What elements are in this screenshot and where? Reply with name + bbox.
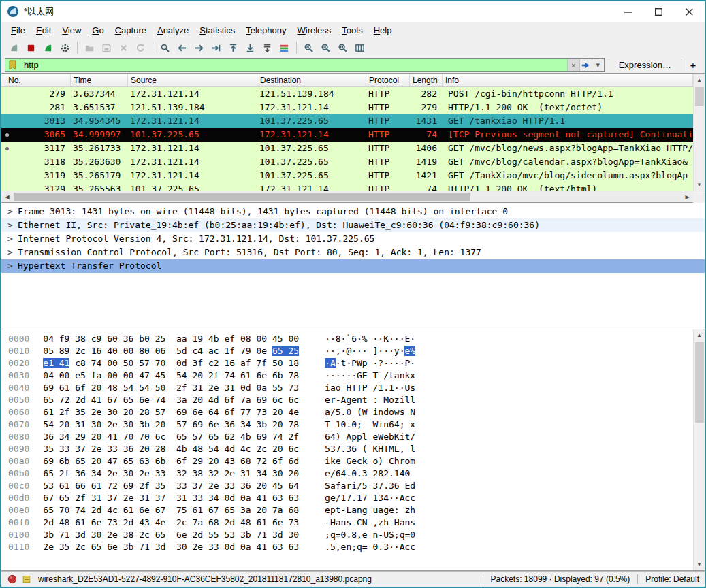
ascii-char[interactable]: / xyxy=(336,493,341,503)
hex-byte[interactable]: c8 xyxy=(75,358,86,368)
hex-byte[interactable]: 2e xyxy=(107,419,118,429)
hex-row-0020[interactable]: 0020e1 41 c8 74 00 50 57 70 0d 3f c2 16 … xyxy=(1,357,693,370)
column-header-no[interactable]: No. xyxy=(1,74,71,86)
packet-row-3013[interactable]: 301334.954345172.31.121.14101.37.225.65H… xyxy=(1,114,693,128)
hex-byte[interactable]: 75 xyxy=(176,505,187,515)
ascii-char[interactable]: K xyxy=(383,333,389,344)
hex-byte[interactable]: 72 xyxy=(256,456,267,466)
hex-byte[interactable]: 33 xyxy=(224,480,235,491)
hex-byte[interactable]: 1f xyxy=(224,346,235,356)
hex-byte[interactable]: 6e xyxy=(107,542,118,552)
hex-byte[interactable]: 50 xyxy=(123,358,134,368)
hex-byte[interactable]: 2e xyxy=(193,542,204,552)
hex-byte[interactable]: 62 xyxy=(224,431,235,442)
hex-byte[interactable]: 3b xyxy=(256,419,267,429)
ascii-char[interactable]: / xyxy=(330,468,336,478)
hex-byte[interactable]: 04 xyxy=(43,333,54,344)
hex-byte[interactable]: 0a xyxy=(240,493,251,503)
hex-row-00d0[interactable]: 00d067 65 2f 31 37 2e 31 37 31 33 34 0d … xyxy=(1,492,693,504)
hex-byte[interactable]: 74 xyxy=(272,431,283,442)
hex-row-0070[interactable]: 007054 20 31 30 2e 30 3b 20 57 69 6e 36 … xyxy=(1,419,693,431)
ascii-char[interactable]: ) xyxy=(336,431,341,442)
ascii-char[interactable]: · xyxy=(325,358,330,368)
hex-byte[interactable]: 3b xyxy=(123,542,134,552)
ascii-char[interactable]: ? xyxy=(378,358,383,368)
ascii-char[interactable]: i xyxy=(325,382,330,393)
hex-byte[interactable]: 6b xyxy=(272,370,283,380)
hex-byte[interactable]: 40 xyxy=(107,346,118,356)
ascii-char[interactable]: 4 xyxy=(383,493,389,503)
ascii-char[interactable]: 5 xyxy=(336,407,341,417)
ascii-char[interactable]: 6 xyxy=(394,480,400,491)
hex-byte[interactable]: 2f xyxy=(176,382,187,393)
hex-byte[interactable]: 71 xyxy=(59,529,70,540)
ascii-char[interactable]: / xyxy=(383,370,389,380)
hex-byte[interactable]: 64 xyxy=(288,480,299,491)
hex-row-0080[interactable]: 008036 34 29 20 41 70 70 6c 65 57 65 62 … xyxy=(1,431,693,443)
hex-byte[interactable]: 2f xyxy=(59,468,70,478)
hex-byte[interactable]: 67 xyxy=(107,395,118,405)
ascii-char[interactable]: · xyxy=(383,358,389,368)
hex-byte[interactable]: e5 xyxy=(75,370,86,380)
hex-byte[interactable]: 32 xyxy=(208,468,219,478)
ascii-char[interactable]: · xyxy=(410,358,415,368)
hex-byte[interactable]: 57 xyxy=(155,407,166,417)
hex-byte[interactable]: af xyxy=(240,358,251,368)
ascii-char[interactable]: - xyxy=(378,529,383,540)
ascii-char[interactable]: H xyxy=(394,517,400,527)
hex-byte[interactable]: 5d xyxy=(176,346,187,356)
ascii-char[interactable]: 4 xyxy=(330,431,336,442)
ascii-char[interactable]: G xyxy=(357,370,362,380)
zoom-in-icon[interactable] xyxy=(301,40,317,55)
ascii-char[interactable]: a xyxy=(351,505,357,515)
hex-byte[interactable]: 50 xyxy=(272,358,283,368)
ascii-char[interactable]: = xyxy=(362,542,368,552)
ascii-char[interactable]: 6 xyxy=(336,468,341,478)
ascii-char[interactable]: · xyxy=(336,358,341,368)
ascii-char[interactable]: 0 xyxy=(351,468,357,478)
hex-byte[interactable]: c4 xyxy=(193,346,204,356)
hex-byte[interactable]: 20 xyxy=(193,395,204,405)
colorize-icon[interactable] xyxy=(276,40,292,55)
hex-byte[interactable]: 41 xyxy=(107,431,118,442)
ascii-char[interactable]: M xyxy=(389,444,394,454)
last-packet-icon[interactable] xyxy=(242,40,258,55)
scroll-right-arrow-icon[interactable]: ▶ xyxy=(681,191,693,203)
display-filter-input[interactable]: http × ▾ xyxy=(5,58,605,72)
hex-byte[interactable]: 63 xyxy=(288,493,299,503)
ascii-char[interactable]: 7 xyxy=(336,444,341,454)
ascii-char[interactable]: h xyxy=(383,517,389,527)
hex-byte[interactable]: 31 xyxy=(176,493,187,503)
hex-byte[interactable]: 6e xyxy=(176,529,187,540)
hex-byte[interactable]: 00 xyxy=(123,370,134,380)
hex-byte[interactable]: 20 xyxy=(272,419,283,429)
hex-byte[interactable]: 31 xyxy=(240,468,251,478)
hex-byte[interactable]: 6c xyxy=(272,395,283,405)
ascii-char[interactable]: · xyxy=(378,346,383,356)
ascii-char[interactable] xyxy=(410,468,415,478)
column-header-length[interactable]: Length xyxy=(410,74,443,86)
hex-byte[interactable]: 35 xyxy=(59,542,70,552)
hex-byte[interactable]: 34 xyxy=(240,419,251,429)
hex-byte[interactable]: 7f xyxy=(256,358,267,368)
ascii-char[interactable]: · xyxy=(389,542,394,552)
hex-byte[interactable]: fa xyxy=(91,370,102,380)
ascii-char[interactable]: · xyxy=(362,346,368,356)
ascii-char[interactable]: 6 xyxy=(389,419,394,429)
hex-byte[interactable]: 31 xyxy=(91,493,102,503)
ascii-char[interactable]: W xyxy=(378,431,383,442)
ascii-char[interactable]: w xyxy=(394,407,400,417)
packet-row-279[interactable]: 2793.637344172.31.121.14121.51.139.184HT… xyxy=(1,87,693,101)
hex-byte[interactable]: 6f xyxy=(224,395,235,405)
menu-telephony[interactable]: Telephony xyxy=(240,23,291,37)
detail-row-0[interactable]: >Frame 3013: 1431 bytes on wire (11448 b… xyxy=(1,205,705,218)
hex-byte[interactable]: 63 xyxy=(139,456,150,466)
hex-byte[interactable]: 61 xyxy=(59,480,70,491)
hex-byte[interactable]: 6f xyxy=(176,456,187,466)
hex-byte[interactable]: 6b xyxy=(155,456,166,466)
hex-byte[interactable]: 06 xyxy=(155,346,166,356)
hex-byte[interactable]: 20 xyxy=(272,444,283,454)
hex-byte[interactable]: 7a xyxy=(272,505,283,515)
hex-byte[interactable]: 20 xyxy=(139,444,150,454)
filter-clear-button[interactable]: × xyxy=(567,59,579,71)
